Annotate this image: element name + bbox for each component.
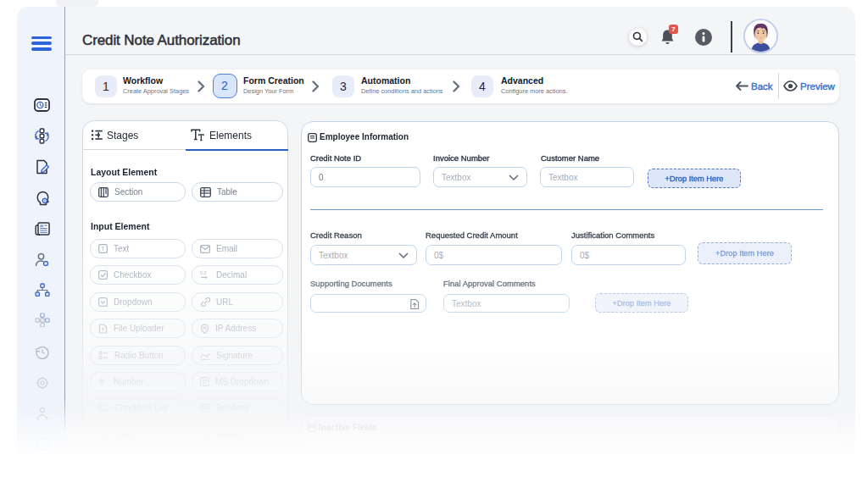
svg-text:T: T	[101, 246, 105, 252]
svg-text:0.0: 0.0	[200, 270, 207, 275]
svg-text:#: #	[99, 377, 104, 386]
